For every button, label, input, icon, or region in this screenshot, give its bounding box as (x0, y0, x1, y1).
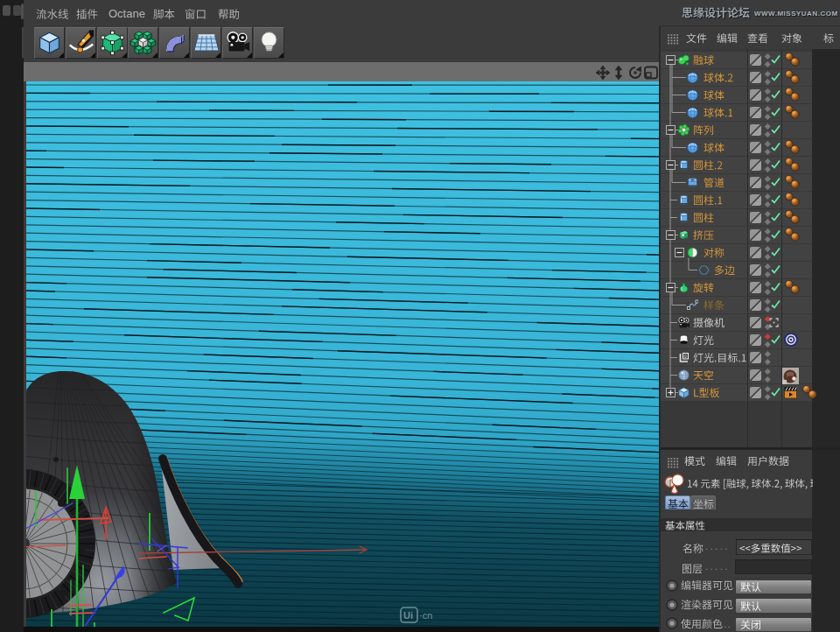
svg-text:·cn: ·cn (419, 610, 432, 621)
svg-text:0: 0 (684, 354, 687, 359)
svg-text:Ui: Ui (403, 610, 413, 621)
